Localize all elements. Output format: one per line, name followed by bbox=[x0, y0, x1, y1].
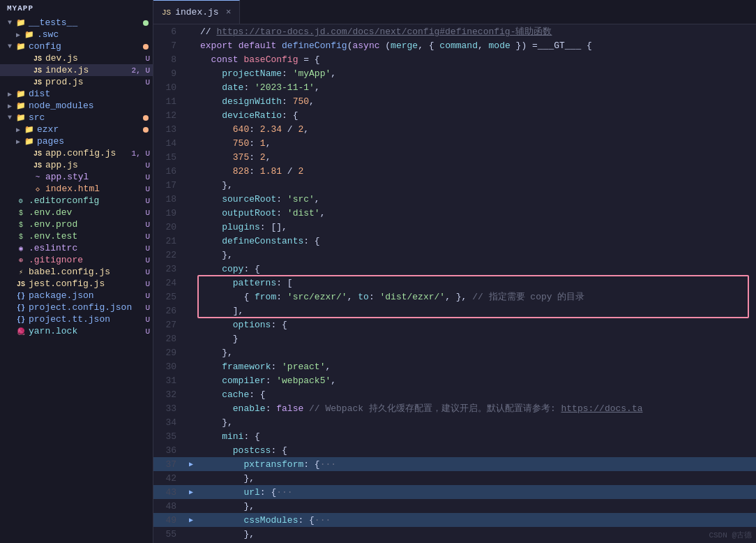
fold-arrow[interactable] bbox=[185, 387, 197, 401]
lightbulb-icon[interactable] bbox=[743, 429, 756, 443]
fold-arrow[interactable] bbox=[185, 192, 197, 206]
sidebar-item-dist[interactable]: ▶📁dist bbox=[0, 88, 153, 100]
lightbulb-icon[interactable] bbox=[743, 415, 756, 429]
lightbulb-icon[interactable] bbox=[743, 234, 756, 248]
lightbulb-icon[interactable] bbox=[743, 401, 756, 415]
sidebar-item-dev-js[interactable]: JSdev.jsU bbox=[0, 52, 153, 64]
fold-arrow[interactable] bbox=[185, 220, 197, 234]
lightbulb-icon[interactable] bbox=[743, 304, 756, 318]
lightbulb-icon[interactable] bbox=[743, 206, 756, 220]
sidebar-item-pages[interactable]: ▶📁pages bbox=[0, 135, 153, 147]
fold-arrow[interactable] bbox=[185, 499, 197, 513]
lightbulb-icon[interactable] bbox=[743, 80, 756, 94]
lightbulb-icon[interactable] bbox=[743, 164, 756, 178]
fold-arrow[interactable] bbox=[185, 429, 197, 443]
tab-index-js[interactable]: JS index.js × bbox=[153, 0, 240, 24]
sidebar-item-index-js[interactable]: JSindex.js2, U bbox=[0, 64, 153, 76]
lightbulb-icon[interactable] bbox=[743, 122, 756, 136]
lightbulb-icon[interactable] bbox=[743, 178, 756, 192]
lightbulb-icon[interactable] bbox=[743, 485, 756, 499]
editor-content[interactable]: 6// https://taro-docs.jd.com/docs/next/c… bbox=[153, 24, 756, 543]
lightbulb-icon[interactable] bbox=[743, 290, 756, 304]
fold-arrow[interactable] bbox=[185, 178, 197, 192]
lightbulb-icon[interactable] bbox=[743, 457, 756, 471]
sidebar-item-app-config-js[interactable]: JSapp.config.js1, U bbox=[0, 147, 153, 159]
sidebar-item-env-dev[interactable]: $.env.devU bbox=[0, 207, 153, 218]
tab-close-icon[interactable]: × bbox=[226, 7, 232, 17]
fold-arrow[interactable] bbox=[185, 415, 197, 429]
fold-arrow[interactable] bbox=[185, 359, 197, 373]
fold-arrow[interactable] bbox=[185, 80, 197, 94]
fold-arrow[interactable] bbox=[185, 38, 197, 52]
fold-arrow[interactable] bbox=[185, 290, 197, 304]
sidebar-item-babel-config[interactable]: ⚡babel.config.jsU bbox=[0, 266, 153, 278]
fold-arrow[interactable] bbox=[185, 206, 197, 220]
lightbulb-icon[interactable] bbox=[743, 332, 756, 345]
lightbulb-icon[interactable] bbox=[743, 52, 756, 66]
fold-arrow[interactable] bbox=[185, 164, 197, 178]
lightbulb-icon[interactable] bbox=[743, 276, 756, 290]
lightbulb-icon[interactable] bbox=[743, 387, 756, 401]
fold-arrow[interactable] bbox=[185, 345, 197, 359]
lightbulb-icon[interactable] bbox=[743, 94, 756, 108]
sidebar-item-env-prod[interactable]: $.env.prodU bbox=[0, 218, 153, 230]
lightbulb-icon[interactable] bbox=[743, 108, 756, 122]
lightbulb-icon[interactable] bbox=[743, 443, 756, 457]
fold-arrow[interactable] bbox=[185, 234, 197, 248]
fold-arrow[interactable]: ▶ bbox=[185, 485, 197, 499]
sidebar-item-tests[interactable]: ▼📁__tests__ bbox=[0, 17, 153, 29]
sidebar-item-node-modules[interactable]: ▶📁node_modules bbox=[0, 100, 153, 112]
sidebar-item-editorconfig[interactable]: ⚙.editorconfigU bbox=[0, 195, 153, 207]
lightbulb-icon[interactable] bbox=[743, 513, 756, 527]
lightbulb-icon[interactable] bbox=[743, 220, 756, 234]
fold-arrow[interactable] bbox=[185, 262, 197, 276]
fold-arrow[interactable] bbox=[185, 122, 197, 136]
sidebar-item-jest-config[interactable]: JSjest.config.jsU bbox=[0, 278, 153, 290]
fold-arrow[interactable] bbox=[185, 401, 197, 415]
sidebar-item-ezxr[interactable]: ▶📁ezxr bbox=[0, 124, 153, 135]
lightbulb-icon[interactable] bbox=[743, 150, 756, 164]
lightbulb-icon[interactable] bbox=[743, 471, 756, 485]
sidebar-item-yarn-lock[interactable]: 🧶yarn.lockU bbox=[0, 325, 153, 337]
sidebar-item-app-js[interactable]: JSapp.jsU bbox=[0, 159, 153, 171]
fold-arrow[interactable] bbox=[185, 150, 197, 164]
lightbulb-icon[interactable] bbox=[743, 24, 756, 38]
sidebar-item-swc[interactable]: ▶📁.swc bbox=[0, 29, 153, 40]
fold-arrow[interactable] bbox=[185, 248, 197, 262]
fold-arrow[interactable] bbox=[185, 373, 197, 387]
fold-arrow[interactable] bbox=[185, 108, 197, 122]
sidebar-item-project-tt[interactable]: {}project.tt.jsonU bbox=[0, 313, 153, 325]
lightbulb-icon[interactable] bbox=[743, 38, 756, 52]
fold-arrow[interactable] bbox=[185, 332, 197, 345]
fold-arrow[interactable] bbox=[185, 94, 197, 108]
lightbulb-icon[interactable] bbox=[743, 373, 756, 387]
lightbulb-icon[interactable] bbox=[743, 248, 756, 262]
sidebar-item-src[interactable]: ▼📁src bbox=[0, 112, 153, 124]
lightbulb-icon[interactable] bbox=[743, 262, 756, 276]
fold-arrow[interactable] bbox=[185, 52, 197, 66]
fold-arrow[interactable] bbox=[185, 136, 197, 150]
sidebar-item-package-json[interactable]: {}package.jsonU bbox=[0, 290, 153, 302]
sidebar-item-prod-js[interactable]: JSprod.jsU bbox=[0, 76, 153, 88]
sidebar-item-app-styl[interactable]: ~app.stylU bbox=[0, 171, 153, 183]
fold-arrow[interactable] bbox=[185, 318, 197, 332]
fold-arrow[interactable] bbox=[185, 304, 197, 318]
sidebar-item-gitignore[interactable]: ⊛.gitignoreU bbox=[0, 254, 153, 266]
fold-arrow[interactable] bbox=[185, 276, 197, 290]
lightbulb-icon[interactable] bbox=[743, 359, 756, 373]
fold-arrow[interactable] bbox=[185, 24, 197, 38]
lightbulb-icon[interactable] bbox=[743, 136, 756, 150]
lightbulb-icon[interactable] bbox=[743, 318, 756, 332]
fold-arrow[interactable]: ▶ bbox=[185, 513, 197, 527]
fold-arrow[interactable] bbox=[185, 443, 197, 457]
fold-arrow[interactable] bbox=[185, 471, 197, 485]
fold-arrow[interactable] bbox=[185, 527, 197, 541]
lightbulb-icon[interactable] bbox=[743, 192, 756, 206]
lightbulb-icon[interactable] bbox=[743, 345, 756, 359]
fold-arrow[interactable]: ▶ bbox=[185, 457, 197, 471]
lightbulb-icon[interactable] bbox=[743, 66, 756, 80]
fold-arrow[interactable] bbox=[185, 66, 197, 80]
lightbulb-icon[interactable] bbox=[743, 499, 756, 513]
sidebar-item-env-test[interactable]: $.env.testU bbox=[0, 230, 153, 242]
sidebar-item-project-config[interactable]: {}project.config.jsonU bbox=[0, 302, 153, 313]
